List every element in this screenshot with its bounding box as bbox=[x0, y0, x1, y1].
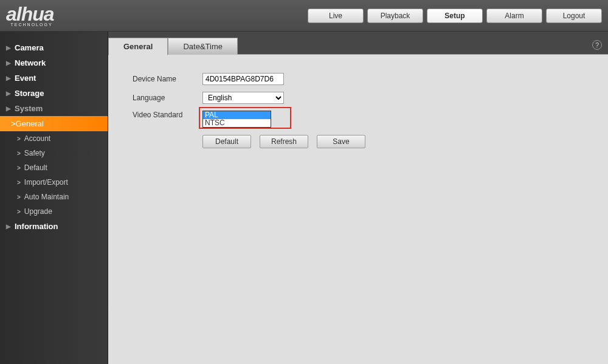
video-standard-row: Video Standard PAL NTSC bbox=[133, 111, 584, 128]
chevron-right-icon: > bbox=[11, 119, 16, 128]
nav-playback[interactable]: Playback bbox=[367, 9, 423, 23]
content-tabs: General Date&Time bbox=[108, 38, 608, 55]
refresh-button[interactable]: Refresh bbox=[260, 135, 308, 148]
chevron-right-icon: ▶ bbox=[6, 90, 11, 97]
main-nav: Live Playback Setup Alarm Logout bbox=[308, 9, 602, 23]
chevron-right-icon: ▶ bbox=[6, 60, 11, 66]
sidebar-item-import-export[interactable]: >Import/Export bbox=[0, 175, 108, 190]
sidebar-item-network[interactable]: ▶Network bbox=[0, 55, 108, 70]
device-name-input[interactable] bbox=[202, 73, 284, 85]
nav-alarm[interactable]: Alarm bbox=[486, 9, 542, 23]
nav-setup[interactable]: Setup bbox=[427, 9, 483, 23]
sidebar-item-information[interactable]: ▶Information bbox=[0, 219, 108, 234]
help-icon[interactable]: ? bbox=[592, 40, 602, 50]
action-buttons: Default Refresh Save bbox=[202, 135, 584, 148]
content-area: General Date&Time ? Device Name Language… bbox=[108, 32, 608, 364]
main-area: ▶Camera ▶Network ▶Event ▶Storage ▶System… bbox=[0, 32, 608, 364]
nav-logout[interactable]: Logout bbox=[546, 9, 602, 23]
tab-datetime[interactable]: Date&Time bbox=[168, 38, 238, 55]
sidebar-item-auto-maintain[interactable]: >Auto Maintain bbox=[0, 190, 108, 204]
sidebar-item-general[interactable]: >General bbox=[0, 116, 108, 131]
nav-live[interactable]: Live bbox=[308, 9, 364, 23]
chevron-right-icon: > bbox=[17, 165, 21, 171]
brand-logo: alhua TECHNOLOGY bbox=[6, 4, 54, 27]
chevron-right-icon: > bbox=[17, 150, 21, 157]
chevron-down-icon: ▶ bbox=[6, 105, 11, 112]
sidebar: ▶Camera ▶Network ▶Event ▶Storage ▶System… bbox=[0, 32, 108, 364]
chevron-right-icon: > bbox=[17, 179, 21, 186]
video-standard-dropdown[interactable]: PAL NTSC bbox=[202, 111, 284, 128]
header-bar: alhua TECHNOLOGY Live Playback Setup Ala… bbox=[0, 0, 608, 32]
sidebar-item-event[interactable]: ▶Event bbox=[0, 70, 108, 86]
sidebar-item-safety[interactable]: >Safety bbox=[0, 146, 108, 160]
chevron-right-icon: ▶ bbox=[6, 223, 11, 230]
language-label: Language bbox=[133, 94, 202, 102]
sidebar-item-camera[interactable]: ▶Camera bbox=[0, 40, 108, 55]
video-standard-label: Video Standard bbox=[133, 111, 202, 119]
chevron-right-icon: ▶ bbox=[6, 44, 11, 51]
save-button[interactable]: Save bbox=[317, 135, 365, 148]
settings-panel: Device Name Language English Video Stand… bbox=[108, 55, 608, 364]
brand-subtitle: TECHNOLOGY bbox=[6, 22, 53, 27]
chevron-right-icon: > bbox=[17, 208, 21, 215]
sidebar-item-account[interactable]: >Account bbox=[0, 131, 108, 146]
language-select[interactable]: English bbox=[202, 92, 284, 104]
chevron-right-icon: > bbox=[17, 194, 21, 201]
default-button[interactable]: Default bbox=[202, 135, 251, 148]
chevron-right-icon: > bbox=[17, 136, 21, 142]
device-name-row: Device Name bbox=[133, 73, 584, 85]
chevron-right-icon: ▶ bbox=[6, 75, 11, 81]
sidebar-item-default[interactable]: >Default bbox=[0, 160, 108, 175]
video-standard-options-list: PAL NTSC bbox=[202, 111, 271, 128]
sidebar-item-storage[interactable]: ▶Storage bbox=[0, 86, 108, 101]
language-row: Language English bbox=[133, 92, 584, 104]
video-standard-option-ntsc[interactable]: NTSC bbox=[203, 119, 271, 127]
sidebar-item-system[interactable]: ▶System bbox=[0, 101, 108, 116]
tab-general[interactable]: General bbox=[108, 38, 168, 55]
sidebar-item-upgrade[interactable]: >Upgrade bbox=[0, 204, 108, 219]
device-name-label: Device Name bbox=[133, 75, 202, 83]
brand-name: alhua bbox=[6, 3, 54, 25]
